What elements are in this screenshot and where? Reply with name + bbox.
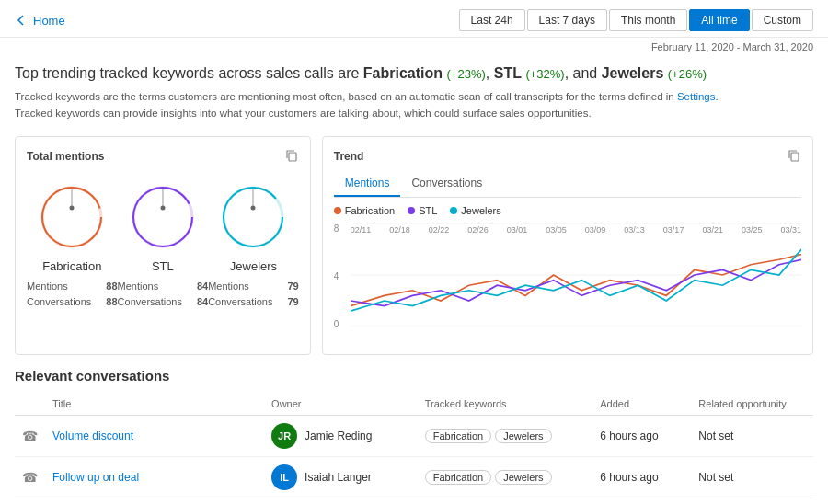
kw2-pct: (+32%) (525, 67, 564, 81)
row-keywords: JewelersSTL (418, 498, 592, 504)
row-added: 6 hours ago (592, 456, 691, 498)
info-text-1: Tracked keywords are the terms customers… (15, 89, 813, 105)
back-arrow-icon (15, 14, 28, 27)
owner-name: Jamie Reding (305, 430, 372, 442)
table-row: ☎Follow up on dealILIsaiah LangerFabrica… (15, 456, 813, 498)
row-keywords: FabricationJewelers (418, 415, 592, 456)
jewelers-stats: Mentions79 Conversations79 (208, 279, 299, 311)
jewelers-label: Jewelers (230, 259, 277, 273)
circle-stl: STL Mentions84 Conversations84 (118, 180, 209, 311)
back-button[interactable]: Home (15, 14, 65, 28)
heading-section: Top trending tracked keywords across sal… (0, 56, 828, 127)
legend-jewelers: Jewelers (450, 205, 500, 216)
phone-icon-cell: ☎ (15, 415, 45, 456)
phone-icon: ☎ (22, 470, 38, 485)
filter-alltime[interactable]: All time (689, 9, 749, 31)
legend-dot-jewelers (450, 207, 457, 214)
phone-icon-cell: ☎ (15, 456, 45, 498)
row-owner: MCMolly Clark (264, 498, 418, 504)
circle-jewelers: Jewelers Mentions79 Conversations79 (208, 180, 299, 311)
svg-point-12 (251, 205, 256, 210)
keyword3: Jewelers (602, 65, 664, 81)
fabrication-label: Fabrication (42, 259, 101, 273)
filter-last7days[interactable]: Last 7 days (527, 9, 607, 31)
conversations-section: Relevant conversations Title Owner Track… (0, 364, 828, 504)
kw3-pct: (+26%) (668, 67, 707, 81)
table-header: Title Owner Tracked keywords Added Relat… (15, 393, 813, 416)
col-header-related: Related opportunity (691, 393, 813, 416)
phone-icon: ☎ (22, 429, 38, 443)
filter-last24h[interactable]: Last 24h (459, 9, 525, 31)
trend-copy-icon[interactable] (787, 148, 801, 166)
keyword2: STL (494, 65, 522, 81)
legend-dot-fabrication (334, 207, 341, 214)
stl-label: STL (152, 259, 174, 273)
keyword1: Fabrication (363, 65, 443, 81)
trend-tabs: Mentions Conversations (334, 173, 801, 198)
circle-fabrication: Fabrication Mentions88 Conversations88 (27, 180, 118, 311)
table-body: ☎Volume discountJRJamie RedingFabricatio… (15, 415, 813, 504)
legend-stl: STL (408, 205, 437, 216)
row-keywords: FabricationJewelers (418, 456, 592, 498)
filter-thismonth[interactable]: This month (609, 9, 687, 31)
tab-mentions[interactable]: Mentions (334, 173, 401, 197)
svg-point-4 (70, 205, 75, 210)
col-header-title: Title (45, 393, 264, 416)
avatar: JR (271, 423, 297, 449)
table-row: ☎Live Demo follow upMCMolly ClarkJeweler… (15, 498, 813, 504)
circles-container: Fabrication Mentions88 Conversations88 (27, 173, 299, 318)
date-range: February 11, 2020 - March 31, 2020 (0, 38, 828, 56)
settings-link[interactable]: Settings (677, 91, 716, 102)
filter-custom[interactable]: Custom (752, 9, 813, 31)
trend-title: Trend (334, 148, 801, 166)
line-chart-svg (351, 223, 801, 326)
keyword-tag: Fabrication (425, 470, 491, 485)
row-related: Not set (691, 415, 813, 456)
kw1-pct: (+23%) (447, 67, 486, 81)
time-filter-group: Last 24h Last 7 days This month All time… (459, 9, 813, 31)
owner-name: Isaiah Langer (305, 471, 372, 484)
jewelers-circle-svg (216, 180, 290, 254)
conversations-table: Title Owner Tracked keywords Added Relat… (15, 393, 813, 504)
trend-chart: 8 4 0 02/11 (334, 223, 801, 343)
total-mentions-title: Total mentions (27, 148, 299, 166)
copy-icon[interactable] (284, 148, 299, 166)
stl-stats: Mentions84 Conversations84 (118, 279, 209, 311)
conversations-title: Relevant conversations (15, 368, 813, 384)
total-mentions-card: Total mentions Fabrication (15, 136, 311, 355)
tab-conversations[interactable]: Conversations (400, 173, 493, 197)
row-title[interactable]: Live Demo follow up (45, 498, 264, 504)
row-owner: JRJamie Reding (264, 415, 418, 456)
row-related: Not set (691, 498, 813, 504)
col-header-owner: Owner (264, 393, 418, 416)
row-added: 6 hours ago (592, 498, 691, 504)
row-title[interactable]: Follow up on deal (45, 456, 264, 498)
legend-fabrication: Fabrication (334, 205, 395, 216)
cards-row: Total mentions Fabrication (0, 127, 828, 364)
keyword-tag: Jewelers (495, 429, 551, 443)
svg-point-8 (160, 205, 165, 210)
legend-dot-stl (408, 207, 415, 214)
fabrication-circle-svg (35, 180, 109, 254)
row-related: Not set (691, 456, 813, 498)
keyword-tag: Jewelers (495, 470, 551, 485)
fabrication-stats: Mentions88 Conversations88 (27, 279, 118, 311)
headline-prefix: Top trending tracked keywords across sal… (15, 65, 363, 81)
phone-icon-cell: ☎ (15, 498, 45, 504)
stl-circle-svg (126, 180, 200, 254)
keyword-tag: Fabrication (425, 429, 491, 443)
table-row: ☎Volume discountJRJamie RedingFabricatio… (15, 415, 813, 456)
y-axis-labels: 8 4 0 (334, 223, 339, 329)
row-owner: ILIsaiah Langer (264, 456, 418, 498)
svg-rect-0 (289, 153, 296, 161)
col-header-added: Added (592, 393, 691, 416)
trend-card: Trend Mentions Conversations Fabrication… (322, 136, 813, 355)
page-header: Home Last 24h Last 7 days This month All… (0, 0, 828, 38)
row-added: 6 hours ago (592, 415, 691, 456)
info-text-2: Tracked keywords can provide insights in… (15, 106, 813, 121)
back-label: Home (33, 14, 65, 28)
headline: Top trending tracked keywords across sal… (15, 63, 813, 84)
col-header-keywords: Tracked keywords (418, 393, 592, 416)
row-title[interactable]: Volume discount (45, 415, 264, 456)
chart-svg-container (351, 223, 801, 326)
